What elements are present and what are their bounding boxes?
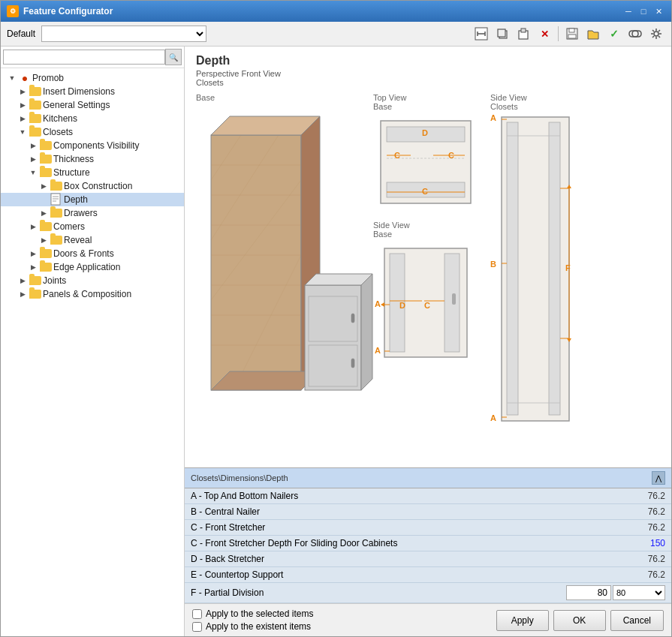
save-file-button[interactable] bbox=[563, 25, 581, 43]
toggle-structure[interactable]: ▼ bbox=[28, 167, 38, 178]
tree-label-kitchens: Kitchens bbox=[43, 113, 77, 124]
prop-label-2: C - Front Stretcher bbox=[185, 520, 508, 536]
tree-label-promob: Promob bbox=[32, 73, 64, 83]
prop-value-0: 76.2 bbox=[508, 488, 671, 504]
toggle-general-settings[interactable]: ▶ bbox=[17, 100, 28, 110]
toggle-edge-application[interactable]: ▶ bbox=[28, 262, 38, 272]
toggle-drawers[interactable]: ▶ bbox=[38, 208, 49, 218]
svg-marker-57 bbox=[381, 302, 384, 307]
tree-item-drawers[interactable]: ▶ Drawers bbox=[1, 206, 184, 220]
svg-text:A: A bbox=[375, 346, 381, 355]
collapse-properties-button[interactable]: ⋀ bbox=[652, 471, 665, 485]
promob-icon: ● bbox=[19, 72, 31, 84]
side-view-base-label2: Base bbox=[373, 230, 478, 239]
tree-body: ▼ ● Promob ▶ Insert Dimensions ▶ General… bbox=[1, 68, 184, 636]
toggle-thickness[interactable]: ▶ bbox=[28, 154, 38, 164]
tree-item-promob[interactable]: ▼ ● Promob bbox=[1, 71, 184, 85]
toggle-insert-dimensions[interactable]: ▶ bbox=[17, 86, 28, 97]
tree-item-panels-composition[interactable]: ▶ Panels & Composition bbox=[1, 287, 184, 301]
prop-value-6[interactable]: 80 bbox=[508, 583, 671, 603]
toggle-reveal[interactable]: ▶ bbox=[38, 235, 49, 245]
prop-dropdown-6[interactable]: 80 bbox=[613, 585, 665, 600]
prop-label-3: C - Front Stretcher Depth For Sliding Do… bbox=[185, 536, 508, 551]
link-button[interactable] bbox=[626, 25, 644, 43]
diagram-subtitle-line1: Perspective Front View bbox=[196, 69, 281, 78]
side-view-closets-svg: A B A F bbox=[490, 113, 577, 428]
tree-search-input[interactable] bbox=[3, 50, 165, 65]
toggle-panels-composition[interactable]: ▶ bbox=[17, 289, 28, 299]
apply-selected-checkbox-label[interactable]: Apply to the selected items bbox=[192, 608, 313, 619]
ok-button[interactable]: OK bbox=[553, 610, 606, 631]
perspective-svg bbox=[196, 105, 361, 435]
svg-text:D: D bbox=[422, 128, 428, 137]
close-button[interactable]: ✕ bbox=[652, 5, 665, 18]
paste-button[interactable] bbox=[514, 25, 532, 43]
svg-rect-64 bbox=[549, 122, 560, 415]
tree-item-reveal[interactable]: ▶ Reveal bbox=[1, 233, 184, 247]
svg-marker-30 bbox=[211, 371, 320, 390]
tree-item-insert-dimensions[interactable]: ▶ Insert Dimensions bbox=[1, 85, 184, 98]
settings-button[interactable] bbox=[647, 25, 665, 43]
tree-item-joints[interactable]: ▶ Joints bbox=[1, 274, 184, 287]
toggle-promob[interactable]: ▼ bbox=[7, 73, 17, 83]
maximize-button[interactable]: □ bbox=[637, 5, 650, 18]
apply-selected-checkbox[interactable] bbox=[192, 609, 202, 619]
apply-existent-checkbox[interactable] bbox=[192, 622, 202, 632]
insert-dims-button[interactable] bbox=[472, 25, 490, 43]
green-check-button[interactable]: ✓ bbox=[605, 25, 623, 43]
apply-button[interactable]: Apply bbox=[496, 610, 549, 631]
page-icon-depth bbox=[50, 194, 62, 206]
diagram-title: Depth bbox=[196, 54, 660, 68]
tree-item-thickness[interactable]: ▶ Thickness bbox=[1, 152, 184, 166]
toggle-closets[interactable]: ▼ bbox=[17, 127, 28, 137]
toggle-box-construction[interactable]: ▶ bbox=[38, 181, 49, 191]
tree-search-bar: 🔍 bbox=[1, 47, 184, 68]
side-view-base-svg: A D C A bbox=[373, 241, 478, 365]
minimize-button[interactable]: ─ bbox=[622, 5, 635, 18]
delete-button[interactable]: ✕ bbox=[535, 25, 553, 43]
svg-rect-9 bbox=[569, 29, 574, 32]
prop-value-1: 76.2 bbox=[508, 504, 671, 520]
tree-item-box-construction[interactable]: ▶ Box Construction bbox=[1, 179, 184, 193]
folder-icon-reveal bbox=[50, 234, 62, 246]
tree-item-depth[interactable]: ▶ Depth bbox=[1, 193, 184, 206]
tree-label-reveal: Reveal bbox=[64, 235, 92, 245]
tree-item-general-settings[interactable]: ▶ General Settings bbox=[1, 98, 184, 112]
tree-item-edge-application[interactable]: ▶ Edge Application bbox=[1, 260, 184, 274]
cancel-button[interactable]: Cancel bbox=[610, 610, 664, 631]
default-bar: Default ✕ ✓ bbox=[4, 23, 668, 44]
toggle-joints[interactable]: ▶ bbox=[17, 275, 28, 286]
open-file-button[interactable] bbox=[584, 25, 602, 43]
folder-icon-insert bbox=[29, 86, 41, 98]
svg-rect-37 bbox=[351, 359, 354, 368]
tree-item-structure[interactable]: ▼ Structure bbox=[1, 166, 184, 179]
svg-rect-10 bbox=[568, 35, 576, 38]
side-view-closets-container: Side View Closets A bbox=[490, 93, 577, 431]
tree-item-components-visibility[interactable]: ▶ Components Visibility bbox=[1, 139, 184, 152]
side-view-base-container: Side View Base A D C bbox=[373, 221, 478, 367]
toggle-doors-fronts[interactable]: ▶ bbox=[28, 248, 38, 259]
folder-icon-closets bbox=[29, 126, 41, 138]
toggle-kitchens[interactable]: ▶ bbox=[17, 113, 28, 124]
bottom-bar: Apply to the selected items Apply to the… bbox=[185, 603, 671, 636]
apply-existent-checkbox-label[interactable]: Apply to the existent items bbox=[192, 621, 313, 632]
prop-row-5: E - Countertop Support76.2 bbox=[185, 567, 671, 583]
tree-label-corners: Comers bbox=[53, 221, 85, 232]
action-buttons: Apply OK Cancel bbox=[496, 610, 664, 631]
prop-input-6[interactable] bbox=[566, 585, 611, 600]
tree-item-doors-fronts[interactable]: ▶ Doors & Fronts bbox=[1, 247, 184, 260]
default-select[interactable] bbox=[41, 26, 206, 42]
main-content: 🔍 ▼ ● Promob ▶ Insert Dimensions ▶ bbox=[1, 47, 671, 636]
tree-item-kitchens[interactable]: ▶ Kitchens bbox=[1, 112, 184, 125]
tree-label-insert-dimensions: Insert Dimensions bbox=[43, 86, 115, 97]
tree-item-closets[interactable]: ▼ Closets bbox=[1, 125, 184, 139]
tree-item-corners[interactable]: ▶ Comers bbox=[1, 220, 184, 233]
properties-panel: Closets\Dimensions\Depth ⋀ A - Top And B… bbox=[185, 467, 671, 603]
app-icon: ⚙ bbox=[7, 5, 19, 17]
toggle-components-visibility[interactable]: ▶ bbox=[28, 140, 38, 151]
toggle-corners[interactable]: ▶ bbox=[28, 221, 38, 232]
folder-icon-general bbox=[29, 99, 41, 111]
prop-label-0: A - Top And Bottom Nailers bbox=[185, 488, 508, 504]
tree-search-button[interactable]: 🔍 bbox=[165, 49, 182, 65]
copy-button[interactable] bbox=[493, 25, 511, 43]
